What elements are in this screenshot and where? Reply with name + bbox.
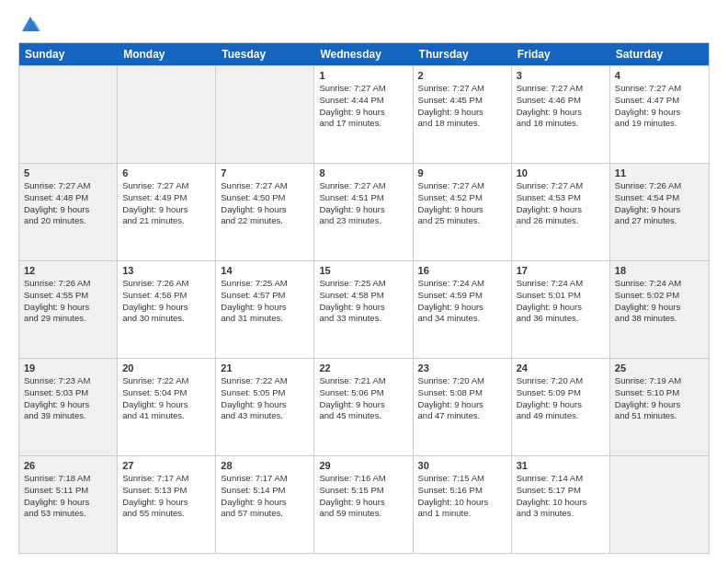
day-info: Sunrise: 7:27 AMSunset: 4:53 PMDaylight:… (517, 180, 605, 227)
day-info: Sunrise: 7:15 AMSunset: 5:16 PMDaylight:… (418, 473, 506, 520)
day-number: 6 (122, 167, 210, 178)
day-number: 25 (615, 362, 704, 373)
day-info: Sunrise: 7:17 AMSunset: 5:14 PMDaylight:… (221, 473, 309, 520)
day-info: Sunrise: 7:24 AMSunset: 4:59 PMDaylight:… (418, 278, 506, 325)
day-info: Sunrise: 7:14 AMSunset: 5:17 PMDaylight:… (517, 473, 605, 520)
day-number: 23 (418, 362, 506, 373)
calendar-cell-day-27: 27Sunrise: 7:17 AMSunset: 5:13 PMDayligh… (118, 456, 216, 553)
calendar-cell-empty (19, 66, 118, 163)
day-number: 2 (418, 70, 506, 81)
day-number: 10 (517, 167, 605, 178)
calendar-cell-day-11: 11Sunrise: 7:26 AMSunset: 4:54 PMDayligh… (610, 164, 709, 260)
day-header-saturday: Saturday (610, 43, 709, 65)
calendar-cell-day-21: 21Sunrise: 7:22 AMSunset: 5:05 PMDayligh… (216, 359, 314, 455)
day-info: Sunrise: 7:27 AMSunset: 4:52 PMDaylight:… (418, 180, 506, 227)
day-info: Sunrise: 7:21 AMSunset: 5:06 PMDaylight:… (319, 375, 407, 422)
calendar-cell-day-2: 2Sunrise: 7:27 AMSunset: 4:45 PMDaylight… (414, 66, 512, 163)
logo (18, 15, 40, 33)
calendar-cell-day-15: 15Sunrise: 7:25 AMSunset: 4:58 PMDayligh… (314, 261, 413, 358)
calendar-cell-day-3: 3Sunrise: 7:27 AMSunset: 4:46 PMDaylight… (512, 66, 610, 163)
calendar-cell-day-12: 12Sunrise: 7:26 AMSunset: 4:55 PMDayligh… (19, 261, 118, 358)
day-number: 31 (517, 460, 605, 471)
calendar-cell-day-13: 13Sunrise: 7:26 AMSunset: 4:56 PMDayligh… (118, 261, 216, 358)
day-number: 5 (24, 167, 112, 178)
day-number: 11 (615, 167, 704, 178)
calendar-cell-day-6: 6Sunrise: 7:27 AMSunset: 4:49 PMDaylight… (118, 164, 216, 260)
day-info: Sunrise: 7:22 AMSunset: 5:05 PMDaylight:… (221, 375, 309, 422)
calendar-cell-day-24: 24Sunrise: 7:20 AMSunset: 5:09 PMDayligh… (512, 359, 610, 455)
day-info: Sunrise: 7:20 AMSunset: 5:08 PMDaylight:… (418, 375, 506, 422)
calendar-row-5: 26Sunrise: 7:18 AMSunset: 5:11 PMDayligh… (19, 455, 709, 553)
day-info: Sunrise: 7:25 AMSunset: 4:57 PMDaylight:… (221, 278, 309, 325)
day-info: Sunrise: 7:17 AMSunset: 5:13 PMDaylight:… (122, 473, 210, 520)
day-number: 18 (615, 265, 704, 276)
calendar-cell-day-8: 8Sunrise: 7:27 AMSunset: 4:51 PMDaylight… (314, 164, 413, 260)
day-info: Sunrise: 7:27 AMSunset: 4:47 PMDaylight:… (615, 83, 704, 130)
calendar-cell-empty (118, 66, 216, 163)
calendar-header: SundayMondayTuesdayWednesdayThursdayFrid… (19, 43, 709, 65)
day-number: 1 (319, 70, 407, 81)
day-info: Sunrise: 7:27 AMSunset: 4:49 PMDaylight:… (122, 180, 210, 227)
day-number: 7 (221, 167, 309, 178)
calendar-cell-day-18: 18Sunrise: 7:24 AMSunset: 5:02 PMDayligh… (610, 261, 709, 358)
calendar-row-4: 19Sunrise: 7:23 AMSunset: 5:03 PMDayligh… (19, 358, 709, 455)
calendar-cell-day-14: 14Sunrise: 7:25 AMSunset: 4:57 PMDayligh… (216, 261, 314, 358)
day-number: 15 (319, 265, 407, 276)
day-number: 16 (418, 265, 506, 276)
day-number: 12 (24, 265, 112, 276)
calendar-cell-day-1: 1Sunrise: 7:27 AMSunset: 4:44 PMDaylight… (314, 66, 413, 163)
day-number: 21 (221, 362, 309, 373)
day-info: Sunrise: 7:26 AMSunset: 4:54 PMDaylight:… (615, 180, 704, 227)
day-header-tuesday: Tuesday (216, 43, 314, 65)
day-header-wednesday: Wednesday (314, 43, 413, 65)
day-info: Sunrise: 7:27 AMSunset: 4:50 PMDaylight:… (221, 180, 309, 227)
day-info: Sunrise: 7:22 AMSunset: 5:04 PMDaylight:… (122, 375, 210, 422)
day-number: 29 (319, 460, 407, 471)
day-info: Sunrise: 7:27 AMSunset: 4:44 PMDaylight:… (319, 83, 407, 130)
calendar-cell-day-17: 17Sunrise: 7:24 AMSunset: 5:01 PMDayligh… (512, 261, 610, 358)
calendar-row-1: 1Sunrise: 7:27 AMSunset: 4:44 PMDaylight… (19, 65, 709, 163)
calendar-cell-day-20: 20Sunrise: 7:22 AMSunset: 5:04 PMDayligh… (118, 359, 216, 455)
calendar: SundayMondayTuesdayWednesdayThursdayFrid… (18, 42, 710, 554)
calendar-cell-day-31: 31Sunrise: 7:14 AMSunset: 5:17 PMDayligh… (512, 456, 610, 553)
calendar-cell-day-19: 19Sunrise: 7:23 AMSunset: 5:03 PMDayligh… (19, 359, 118, 455)
day-number: 26 (24, 460, 112, 471)
day-header-sunday: Sunday (19, 43, 118, 65)
day-header-thursday: Thursday (414, 43, 512, 65)
day-info: Sunrise: 7:18 AMSunset: 5:11 PMDaylight:… (24, 473, 112, 520)
day-number: 8 (319, 167, 407, 178)
logo-icon (20, 15, 40, 35)
day-info: Sunrise: 7:24 AMSunset: 5:02 PMDaylight:… (615, 278, 704, 325)
calendar-cell-day-30: 30Sunrise: 7:15 AMSunset: 5:16 PMDayligh… (414, 456, 512, 553)
day-info: Sunrise: 7:26 AMSunset: 4:55 PMDaylight:… (24, 278, 112, 325)
day-number: 9 (418, 167, 506, 178)
day-info: Sunrise: 7:20 AMSunset: 5:09 PMDaylight:… (517, 375, 605, 422)
calendar-cell-day-10: 10Sunrise: 7:27 AMSunset: 4:53 PMDayligh… (512, 164, 610, 260)
header (18, 15, 710, 33)
calendar-cell-day-5: 5Sunrise: 7:27 AMSunset: 4:48 PMDaylight… (19, 164, 118, 260)
calendar-row-3: 12Sunrise: 7:26 AMSunset: 4:55 PMDayligh… (19, 260, 709, 358)
day-info: Sunrise: 7:24 AMSunset: 5:01 PMDaylight:… (517, 278, 605, 325)
day-info: Sunrise: 7:25 AMSunset: 4:58 PMDaylight:… (319, 278, 407, 325)
day-number: 27 (122, 460, 210, 471)
day-info: Sunrise: 7:27 AMSunset: 4:46 PMDaylight:… (517, 83, 605, 130)
calendar-cell-day-25: 25Sunrise: 7:19 AMSunset: 5:10 PMDayligh… (610, 359, 709, 455)
day-header-monday: Monday (118, 43, 216, 65)
calendar-cell-empty (216, 66, 314, 163)
calendar-body: 1Sunrise: 7:27 AMSunset: 4:44 PMDaylight… (19, 65, 709, 553)
day-number: 19 (24, 362, 112, 373)
day-number: 3 (517, 70, 605, 81)
calendar-cell-day-23: 23Sunrise: 7:20 AMSunset: 5:08 PMDayligh… (414, 359, 512, 455)
calendar-cell-empty (610, 456, 709, 553)
day-number: 13 (122, 265, 210, 276)
day-info: Sunrise: 7:26 AMSunset: 4:56 PMDaylight:… (122, 278, 210, 325)
day-number: 17 (517, 265, 605, 276)
calendar-cell-day-16: 16Sunrise: 7:24 AMSunset: 4:59 PMDayligh… (414, 261, 512, 358)
day-number: 14 (221, 265, 309, 276)
day-number: 28 (221, 460, 309, 471)
day-number: 20 (122, 362, 210, 373)
day-info: Sunrise: 7:27 AMSunset: 4:48 PMDaylight:… (24, 180, 112, 227)
day-info: Sunrise: 7:19 AMSunset: 5:10 PMDaylight:… (615, 375, 704, 422)
day-info: Sunrise: 7:23 AMSunset: 5:03 PMDaylight:… (24, 375, 112, 422)
calendar-cell-day-4: 4Sunrise: 7:27 AMSunset: 4:47 PMDaylight… (610, 66, 709, 163)
